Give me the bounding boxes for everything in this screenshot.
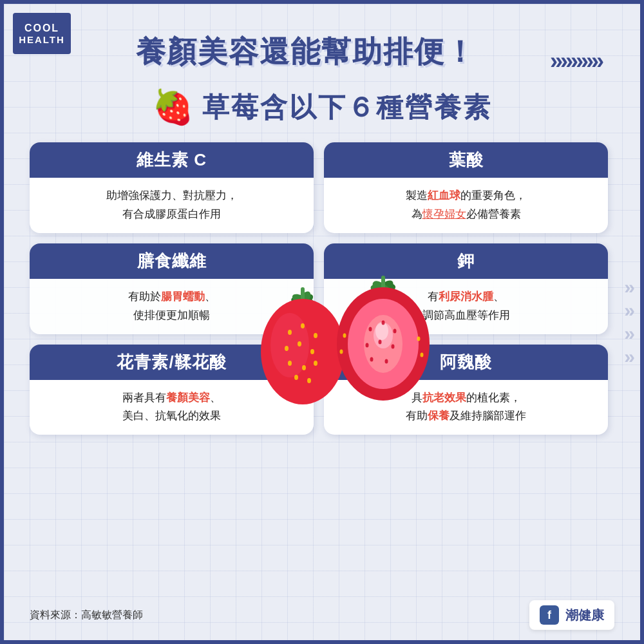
svg-point-37 — [417, 337, 421, 341]
strawberry-icon: 🍓 — [152, 88, 196, 127]
card-vitamin-c-body: 助增強保護力、對抗壓力，有合成膠原蛋白作用 — [30, 178, 314, 233]
svg-point-10 — [285, 346, 289, 351]
card-folic-acid-title: 葉酸 — [449, 150, 484, 169]
card-vitamin-c-header: 維生素 C — [30, 142, 314, 178]
svg-point-34 — [370, 357, 374, 362]
card-dietary-fiber-text: 有助於腸胃蠕動、使排便更加順暢 — [128, 288, 216, 325]
logo-health: HEALTH — [19, 34, 65, 45]
svg-point-39 — [421, 353, 424, 357]
card-potassium-text: 有利尿消水腫、調節高血壓等作用 — [422, 288, 510, 325]
card-vitamin-c-text: 助增強保護力、對抗壓力，有合成膠原蛋白作用 — [106, 187, 238, 224]
svg-point-16 — [294, 375, 298, 380]
svg-point-38 — [340, 350, 343, 354]
card-dietary-fiber-title: 膳食纖維 — [137, 251, 207, 270]
card-vitamin-c-title: 維生素 C — [137, 150, 207, 169]
logo: COOL HEALTH — [13, 13, 71, 54]
svg-point-12 — [310, 349, 314, 354]
svg-point-13 — [288, 361, 292, 366]
svg-point-36 — [343, 334, 346, 338]
svg-point-15 — [314, 361, 317, 366]
arrows-top-decoration: »»»»» — [550, 48, 601, 75]
facebook-badge: f 潮健康 — [529, 600, 614, 630]
card-anthocyanin-text: 兩者具有養顏美容、美白、抗氧化的效果 — [122, 389, 221, 426]
arrows-right-decoration: » » » » — [624, 276, 635, 368]
card-vitamin-c: 維生素 C 助增強保護力、對抗壓力，有合成膠原蛋白作用 — [30, 142, 314, 233]
card-folic-acid: 葉酸 製造紅血球的重要角色，為懷孕婦女必備營養素 — [324, 142, 608, 233]
svg-point-29 — [382, 321, 385, 325]
svg-point-7 — [288, 330, 292, 335]
svg-point-17 — [307, 378, 311, 383]
svg-point-11 — [298, 341, 301, 346]
sub-title-text: 草莓含以下６種營養素 — [202, 90, 492, 126]
svg-point-30 — [393, 329, 397, 334]
card-folic-acid-text: 製造紅血球的重要角色，為懷孕婦女必備營養素 — [406, 187, 526, 224]
svg-point-31 — [366, 343, 369, 348]
source-text: 資料來源：高敏敏營養師 — [30, 609, 143, 622]
facebook-icon: f — [540, 605, 559, 625]
card-folic-acid-body: 製造紅血球的重要角色，為懷孕婦女必備營養素 — [324, 178, 608, 233]
svg-point-35 — [385, 359, 388, 364]
logo-cool: COOL — [24, 23, 59, 34]
svg-point-14 — [302, 365, 306, 370]
sub-title: 🍓 草莓含以下６種營養素 — [71, 88, 573, 127]
facebook-page-name: 潮健康 — [565, 607, 604, 624]
svg-point-9 — [314, 333, 317, 338]
card-ellagic-acid-title: 阿魏酸 — [440, 352, 492, 372]
main-title: 養顏美容還能幫助排便！ — [88, 32, 524, 72]
strawberry-image — [213, 255, 431, 429]
card-folic-acid-header: 葉酸 — [324, 142, 608, 178]
svg-point-28 — [369, 327, 372, 332]
card-anthocyanin-title: 花青素/鞣花酸 — [117, 352, 226, 372]
svg-point-27 — [375, 322, 388, 340]
svg-point-8 — [301, 323, 305, 328]
page-container: COOL HEALTH 養顏美容還能幫助排便！ »»»»» 🍓 草莓含以下６種營… — [0, 0, 644, 644]
svg-point-33 — [392, 345, 395, 349]
card-potassium-title: 鉀 — [457, 251, 475, 270]
footer: 資料來源：高敏敏營養師 f 潮健康 — [30, 600, 614, 630]
svg-point-32 — [379, 340, 382, 345]
